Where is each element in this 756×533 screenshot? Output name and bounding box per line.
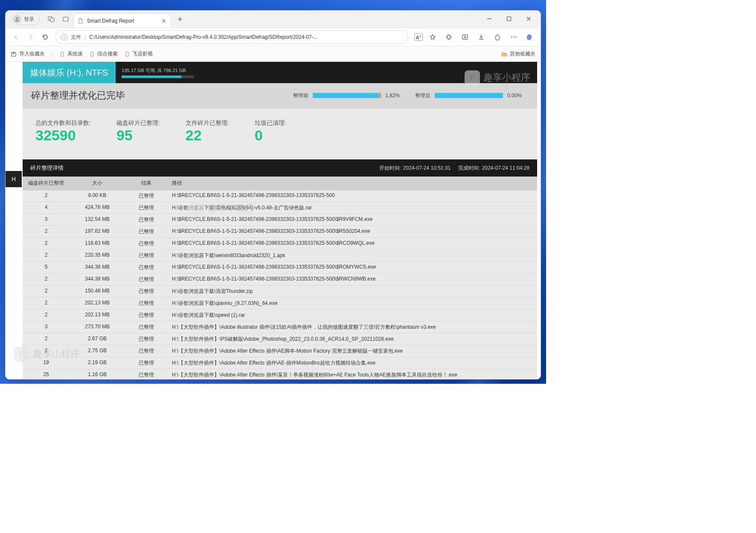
titlebar: 登录 Smart Defrag Report ✕ (6, 11, 541, 28)
copilot-icon[interactable] (523, 31, 536, 43)
cell-size: 197.62 MB (70, 226, 125, 238)
col-size: 大小 (70, 177, 125, 190)
cell-frag: 25 (23, 369, 70, 379)
cell-path: H:\【大型软件插件】\Adobe After Effects 插件\某音！单条… (168, 369, 537, 379)
cell-result: 已整理 (125, 369, 168, 379)
drive-usage-bar (122, 75, 194, 78)
avatar-icon (13, 15, 21, 23)
cell-result: 已整理 (125, 333, 168, 345)
import-favorites-button[interactable]: 导入收藏夹 (11, 50, 45, 58)
after-label: 整理后 (415, 92, 430, 99)
cell-size: 150.48 MB (70, 286, 125, 298)
read-aloud-icon[interactable]: A» (414, 33, 423, 41)
cell-result: 已整理 (125, 286, 168, 298)
favorite-star-icon[interactable] (426, 31, 439, 43)
address-input[interactable]: i 文件 | C:/Users/Administrator/Desktop/Sm… (55, 30, 408, 44)
cell-result: 已整理 (125, 226, 168, 238)
cell-result: 已整理 (125, 322, 168, 333)
svg-rect-4 (507, 17, 511, 21)
page-file-icon (78, 18, 84, 24)
tab-close-button[interactable]: ✕ (161, 17, 166, 24)
nav-refresh-button[interactable] (39, 31, 52, 43)
table-row: 4424.78 MB已整理H:\谷歌浏览器下载\雷电模拟器5(64)-v5.0.… (23, 202, 537, 214)
window-maximize-button[interactable] (500, 12, 518, 25)
cell-result: 已整理 (125, 298, 168, 310)
col-path: 路径 (168, 177, 537, 190)
address-bar: i 文件 | C:/Users/Administrator/Desktop/Sm… (6, 28, 541, 46)
nav-forward-button[interactable] (24, 31, 37, 43)
login-button[interactable]: 登录 (11, 13, 40, 25)
browser-tab[interactable]: Smart Defrag Report ✕ (73, 13, 171, 28)
svg-point-7 (513, 37, 515, 38)
tab-title: Smart Defrag Report (87, 18, 134, 24)
cell-frag: 19 (23, 357, 70, 369)
cell-result: 已整理 (125, 202, 168, 214)
workspaces-icon[interactable] (44, 12, 58, 26)
info-icon[interactable]: i (61, 34, 67, 41)
login-label: 登录 (24, 16, 34, 23)
page-content[interactable]: H 媒体娱乐 (H:), NTFS 135.17 GB 可用, 共 796.21… (6, 62, 541, 379)
stat-total: 32590 (35, 127, 91, 144)
status-title: 碎片整理并优化已完毕 (31, 89, 125, 102)
tab-actions-icon[interactable] (58, 12, 73, 26)
cell-path: H:\$RECYCLE.BIN\S-1-5-21-382457498-23983… (168, 238, 537, 250)
cell-path: H:\谷歌浏览器下载\迅雷Thunder.zip (168, 286, 537, 298)
table-row: 2118.63 MB已整理H:\$RECYCLE.BIN\S-1-5-21-38… (23, 238, 537, 250)
table-row: 192.19 GB已整理H:\【大型软件插件】\Adobe After Effe… (23, 357, 537, 369)
drive-side-tab[interactable]: H (6, 171, 22, 187)
cell-frag: 2 (23, 274, 70, 286)
cell-result: 已整理 (125, 310, 168, 322)
cell-frag: 2 (23, 345, 70, 357)
stat-junk: 0 (255, 127, 286, 144)
table-row: 22.67 GB已整理H:\【大型软件插件】\PS破解版\Adobe_Photo… (23, 333, 537, 345)
cell-size: 2.67 GB (70, 333, 125, 345)
downloads-icon[interactable] (475, 31, 488, 43)
window-minimize-button[interactable] (480, 12, 499, 25)
collections-icon[interactable] (459, 31, 471, 43)
new-tab-button[interactable] (173, 12, 187, 26)
browser-essentials-icon[interactable] (491, 31, 504, 43)
extensions-icon[interactable] (442, 31, 455, 43)
other-favorites-button[interactable]: 其他收藏夹 (501, 50, 535, 58)
cell-size: 8.00 KB (70, 190, 125, 202)
bookmark-item[interactable]: 综合搜索 (90, 50, 118, 58)
table-row: 28.00 KB已整理H:\$RECYCLE.BIN\S-1-5-21-3824… (23, 190, 537, 202)
drive-usage-fill (122, 75, 181, 78)
window-controls (480, 12, 538, 28)
cell-frag: 2 (23, 286, 70, 298)
cell-result: 已整理 (125, 250, 168, 262)
cell-path: H:\谷歌浏览器下载\qianniu_(9.27.03N)_64.exe (168, 298, 537, 310)
cell-size: 344.38 MB (70, 262, 125, 274)
table-row: 2202.13 MB已整理H:\谷歌浏览器下载\speed (1).rar (23, 310, 537, 322)
cell-path: H:\$RECYCLE.BIN\S-1-5-21-382457498-23983… (168, 214, 537, 226)
cell-result: 已整理 (125, 345, 168, 357)
cell-path: H:\$RECYCLE.BIN\S-1-5-21-382457498-23983… (168, 226, 537, 238)
bookmark-item[interactable]: 系统迷 (60, 50, 83, 58)
cell-frag: 3 (23, 322, 70, 333)
settings-more-icon[interactable] (507, 31, 520, 43)
bookmark-item[interactable]: 飞语影视 (125, 50, 153, 58)
window-close-button[interactable] (519, 12, 538, 25)
browser-window: 登录 Smart Defrag Report ✕ (5, 10, 541, 379)
table-row: 2220.35 MB已整理H:\谷歌浏览器下载\weixin8033androi… (23, 250, 537, 262)
cell-frag: 5 (23, 262, 70, 274)
before-bar (313, 93, 381, 98)
cell-frag: 2 (23, 298, 70, 310)
svg-point-8 (515, 37, 517, 38)
cell-path: H:\$RECYCLE.BIN\S-1-5-21-382457498-23983… (168, 274, 537, 286)
cell-path: H:\谷歌浏览器下载\weixin8033android2320_1.apk (168, 250, 537, 262)
after-bar (435, 93, 503, 98)
stat-junk-label: 垃圾已清理: (255, 119, 286, 127)
start-time: 2024-07-24 10:51:31 (403, 165, 451, 171)
table-row: 5344.38 MB已整理H:\$RECYCLE.BIN\S-1-5-21-38… (23, 262, 537, 274)
col-frag: 磁盘碎片已整理 (23, 177, 70, 190)
cell-frag: 2 (23, 250, 70, 262)
cell-size: 118.63 MB (70, 238, 125, 250)
nav-back-button[interactable] (10, 31, 23, 43)
drive-name: 媒体娱乐 (H:), NTFS (23, 62, 116, 83)
cell-result: 已整理 (125, 274, 168, 286)
summary-stats: 总的文件数和目录数: 32590 磁盘碎片已整理: 95 文件碎片已整理: 22… (23, 108, 537, 159)
cell-size: 2.75 GB (70, 345, 125, 357)
table-row: 22.75 GB已整理H:\【大型软件插件】\Adobe After Effec… (23, 345, 537, 357)
svg-rect-2 (50, 18, 54, 22)
